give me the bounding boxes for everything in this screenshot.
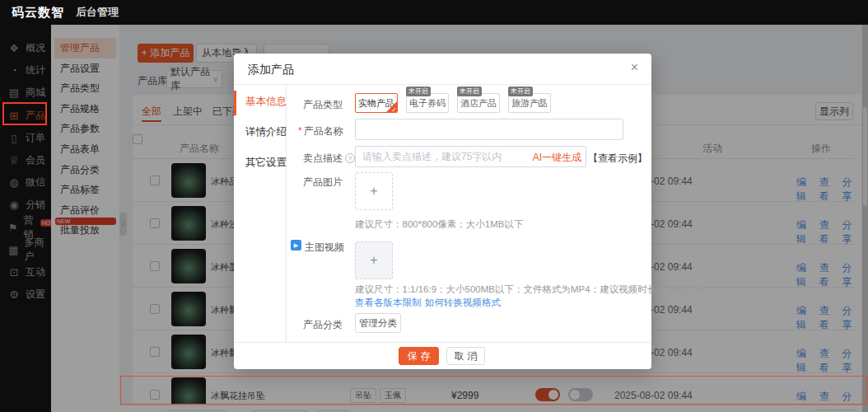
ai-generate-button[interactable]: AI一键生成 — [533, 151, 581, 165]
topbar-subtitle: 后台管理 — [76, 5, 119, 20]
plus-icon: + — [370, 184, 377, 199]
required-asterisk: * — [298, 125, 302, 137]
modal-header-divider — [234, 84, 651, 85]
product-name-label: *产品名称 — [298, 124, 343, 138]
modal-footer-divider — [234, 342, 651, 343]
add-product-modal: 添加产品 × 基本信息 详情介绍 其它设置 产品类型 实物产品 ✓ 电子券码 未… — [234, 54, 651, 369]
product-type-label: 产品类型 — [303, 98, 343, 112]
not-enabled-badge: 未开启 — [457, 87, 482, 96]
help-icon[interactable]: ? — [345, 153, 355, 163]
view-example-link[interactable]: 【查看示例】 — [588, 152, 647, 166]
cancel-button[interactable]: 取 消 — [446, 347, 485, 365]
topbar: 码云数智 后台管理 — [0, 0, 868, 25]
active-modal-tab-bar — [234, 91, 236, 115]
not-enabled-badge: 未开启 — [508, 87, 533, 96]
save-button[interactable]: 保 存 — [399, 347, 439, 365]
version-limits-link[interactable]: 查看各版本限制 — [355, 297, 422, 309]
brand-logo: 码云数智 — [12, 5, 64, 21]
product-images-label: 产品图片 — [303, 176, 343, 190]
check-icon: ✓ — [391, 106, 397, 113]
type-option-hotel[interactable]: 酒店产品 未开启 — [457, 93, 500, 113]
image-upload-box[interactable]: + — [355, 172, 393, 210]
type-option-physical[interactable]: 实物产品 ✓ — [355, 93, 398, 113]
selling-point-label: 卖点描述? — [303, 152, 355, 166]
eye-icon[interactable]: ⊙ — [537, 96, 546, 109]
convert-format-link[interactable]: 如何转换视频格式 — [425, 297, 501, 309]
app-screen: 码云数智 后台管理 ❖概况 ◔统计 ▤商城 ⊞产品 ▯订单 ♕会员 ◍微信 ◉分… — [0, 0, 868, 412]
close-icon[interactable]: × — [631, 60, 638, 75]
video-upload-box[interactable]: + — [355, 241, 393, 279]
product-type-options: 实物产品 ✓ 电子券码 未开启 酒店产品 未开启 旅游产品 未开启 — [355, 93, 551, 113]
product-name-input[interactable] — [355, 119, 623, 140]
video-guide-icon: ▶ — [291, 240, 301, 250]
modal-title: 添加产品 — [248, 63, 294, 77]
not-enabled-badge: 未开启 — [406, 87, 431, 96]
image-size-hint: 建议尺寸：800*800像素；大小1MB以下 — [355, 218, 524, 231]
type-option-evoucher[interactable]: 电子券码 未开启 — [406, 93, 449, 113]
manage-category-button[interactable]: 管理分类 — [355, 313, 401, 333]
product-category-label: 产品分类 — [303, 318, 343, 332]
main-video-label: 主图视频 — [305, 241, 344, 255]
selling-point-field: AI一键生成 — [355, 146, 586, 167]
modal-tabs-divider — [286, 84, 287, 342]
modal-tab-basic-info[interactable]: 基本信息 — [245, 95, 287, 109]
plus-icon: + — [370, 253, 377, 268]
modal-tab-details[interactable]: 详情介绍 — [245, 125, 287, 139]
video-size-hint: 建议尺寸：1:1/16:9；大小500MB以下；文件格式为MP4；建议视频时长在… — [355, 283, 705, 296]
modal-tab-other-settings[interactable]: 其它设置 — [245, 156, 287, 170]
